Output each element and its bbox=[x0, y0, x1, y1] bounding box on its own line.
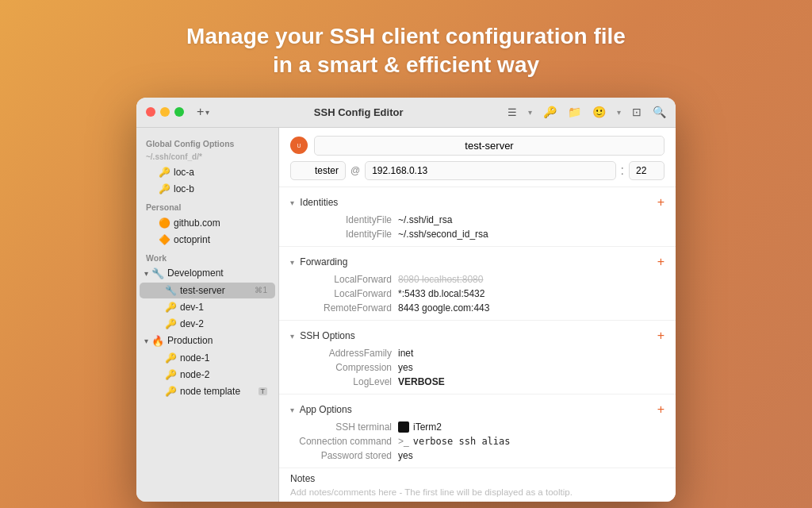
group-label: Development bbox=[167, 267, 224, 279]
sidebar-item-label: node-2 bbox=[180, 369, 267, 380]
key-icon: 🔑 bbox=[159, 167, 170, 178]
sidebar-item-octoprint[interactable]: 🔶 octoprint bbox=[140, 232, 275, 248]
port-input[interactable] bbox=[629, 161, 665, 180]
identities-add-button[interactable]: + bbox=[657, 195, 665, 210]
at-symbol: @ bbox=[350, 165, 360, 176]
ssh-options-add-button[interactable]: + bbox=[657, 329, 665, 343]
terminal-name: iTerm2 bbox=[413, 421, 442, 433]
identities-title: ▾ Identities bbox=[290, 197, 338, 208]
identity-key: IdentityFile bbox=[279, 214, 398, 225]
app-options-chevron: ▾ bbox=[290, 406, 294, 414]
sidebar-item-label: dev-1 bbox=[180, 302, 267, 313]
sidebar-item-label: dev-2 bbox=[180, 318, 267, 329]
headline-line2: in a smart & efficient way bbox=[186, 51, 626, 79]
server-name-row: U bbox=[290, 136, 665, 156]
sidebar-item-label: loc-b bbox=[174, 183, 267, 194]
hostname-input[interactable] bbox=[365, 161, 615, 180]
github-icon: 🟠 bbox=[159, 217, 170, 229]
key-icon: 🔑 bbox=[165, 318, 176, 329]
forward-key: RemoteForward bbox=[279, 302, 398, 314]
folder-icon[interactable]: 📁 bbox=[568, 106, 581, 118]
group-development[interactable]: ▾ 🔧 Development bbox=[136, 265, 278, 282]
identity-value: ~/.ssh/id_rsa bbox=[398, 214, 665, 225]
cmd-prefix: >_ bbox=[398, 436, 409, 447]
forwarding-section-header[interactable]: ▾ Forwarding + bbox=[279, 252, 676, 272]
app-option-value: iTerm2 bbox=[398, 421, 442, 433]
search-icon[interactable]: 🔍 bbox=[653, 106, 666, 118]
forwarding-add-button[interactable]: + bbox=[657, 255, 665, 269]
sidebar-item-node-2[interactable]: 🔑 node-2 bbox=[140, 367, 275, 383]
notes-title: Notes bbox=[290, 473, 665, 484]
key-icon: 🔑 bbox=[165, 352, 176, 364]
ssh-row-3: LogLevel VERBOSE bbox=[279, 375, 676, 389]
app-option-terminal-row: SSH terminal iTerm2 bbox=[279, 420, 676, 434]
sidebar-item-dev-2[interactable]: 🔑 dev-2 bbox=[140, 316, 275, 332]
forward-value: 8080 localhost:8080 bbox=[398, 274, 665, 285]
key-icon: 🔑 bbox=[165, 302, 176, 313]
identity-key: IdentityFile bbox=[279, 229, 398, 240]
identities-section-header[interactable]: ▾ Identities + bbox=[279, 192, 676, 213]
dropdown-arrow-icon[interactable]: ▾ bbox=[528, 108, 532, 117]
app-options-section: ▾ App Options + SSH terminal iTerm2 Conn… bbox=[279, 394, 676, 468]
smiley-icon[interactable]: 🙂 bbox=[592, 106, 606, 118]
sidebar-item-loc-a[interactable]: 🔑 loc-a bbox=[140, 164, 275, 180]
sidebar-item-label: test-server bbox=[180, 285, 251, 296]
sidebar-item-loc-b[interactable]: 🔑 loc-b bbox=[140, 181, 275, 197]
svg-text:U: U bbox=[297, 143, 301, 148]
template-badge: T bbox=[259, 387, 268, 395]
app-option-cmd-row: Connection command >_ verbose ssh alias bbox=[279, 434, 676, 448]
headline-line1: Manage your SSH client configuration fil… bbox=[186, 22, 626, 51]
ssh-options-title: ▾ SSH Options bbox=[290, 330, 355, 341]
ssh-key: LogLevel bbox=[279, 376, 398, 387]
chevron-down-icon: ▾ bbox=[144, 337, 148, 345]
global-config-section-title: Global Config Options bbox=[136, 134, 278, 151]
forward-row-2: LocalForward *:5433 db.local:5432 bbox=[279, 287, 676, 301]
ssh-key: Compression bbox=[279, 362, 398, 373]
identities-section: ▾ Identities + IdentityFile ~/.ssh/id_rs… bbox=[279, 187, 676, 247]
minimize-button[interactable] bbox=[160, 107, 170, 117]
add-host-button[interactable]: + ▾ bbox=[197, 105, 209, 119]
smiley-dropdown-icon: ▾ bbox=[617, 108, 621, 117]
window-icon[interactable]: ⊡ bbox=[632, 106, 642, 118]
chevron-down-icon: ▾ bbox=[144, 269, 148, 278]
app-options-title: ▾ App Options bbox=[290, 404, 352, 415]
ssh-row-1: AddressFamily inet bbox=[279, 346, 676, 360]
forwarding-title: ▾ Forwarding bbox=[290, 256, 347, 267]
app-option-key: Password stored bbox=[279, 450, 398, 461]
key-icon: 🔑 bbox=[159, 183, 170, 194]
app-options-add-button[interactable]: + bbox=[657, 402, 665, 417]
list-view-icon[interactable]: ☰ bbox=[508, 106, 517, 118]
sidebar-item-github[interactable]: 🟠 github.com bbox=[140, 215, 275, 231]
password-stored-value: yes bbox=[398, 450, 413, 461]
ssh-options-header[interactable]: ▾ SSH Options + bbox=[279, 325, 676, 346]
key-icon: 🔑 bbox=[165, 369, 176, 380]
sidebar-item-node-1[interactable]: 🔑 node-1 bbox=[140, 350, 275, 366]
iterm-icon bbox=[398, 421, 409, 433]
forward-value: *:5433 db.local:5432 bbox=[398, 288, 665, 299]
key-icon[interactable]: 🔑 bbox=[543, 106, 557, 118]
username-input[interactable] bbox=[290, 161, 346, 180]
ssh-value: VERBOSE bbox=[398, 376, 665, 387]
forward-row-1: LocalForward 8080 localhost:8080 bbox=[279, 272, 676, 287]
server-icon: 🔧 bbox=[165, 285, 176, 296]
sidebar-item-label: node template bbox=[180, 386, 255, 397]
server-name-input[interactable] bbox=[314, 136, 665, 156]
identity-row-2: IdentityFile ~/.ssh/second_id_rsa bbox=[279, 227, 676, 241]
notes-placeholder: Add notes/comments here - The first line… bbox=[290, 487, 665, 497]
sidebar-item-node-template[interactable]: 🔑 node template T bbox=[140, 383, 275, 399]
window-title: SSH Config Editor bbox=[216, 106, 501, 118]
maximize-button[interactable] bbox=[174, 107, 184, 117]
detail-pane: U @ : ▾ Id bbox=[279, 128, 676, 502]
key-icon: 🔑 bbox=[165, 386, 176, 397]
close-button[interactable] bbox=[146, 107, 155, 117]
forward-value: 8443 google.com:443 bbox=[398, 302, 665, 314]
add-dropdown-arrow: ▾ bbox=[205, 108, 209, 117]
sidebar-item-dev-1[interactable]: 🔑 dev-1 bbox=[140, 299, 275, 315]
sidebar-item-test-server[interactable]: 🔧 test-server ⌘1 bbox=[140, 283, 275, 298]
group-production[interactable]: ▾ 🔥 Production bbox=[136, 333, 278, 349]
ssh-options-section: ▾ SSH Options + AddressFamily inet Compr… bbox=[279, 321, 676, 394]
production-icon: 🔥 bbox=[151, 335, 164, 347]
group-label: Production bbox=[167, 335, 213, 346]
app-options-header[interactable]: ▾ App Options + bbox=[279, 399, 676, 420]
toolbar-actions: ☰ ▾ 🔑 📁 🙂 ▾ ⊡ 🔍 bbox=[508, 106, 666, 118]
